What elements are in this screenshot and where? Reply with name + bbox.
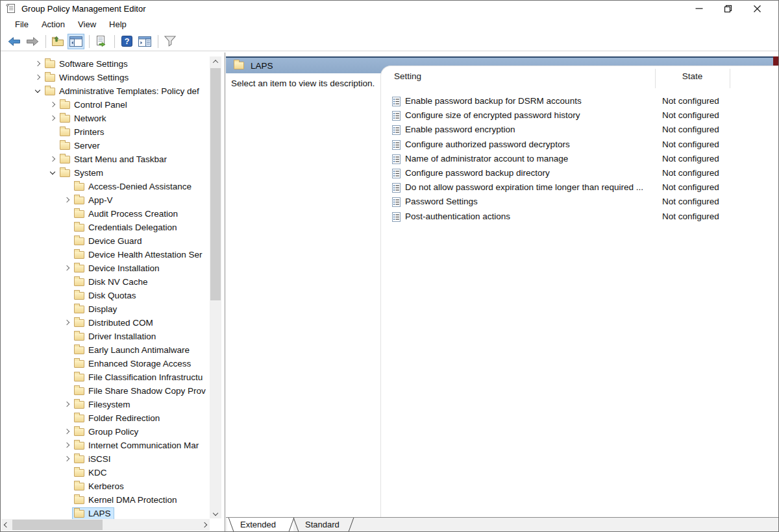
tree-item[interactable]: iSCSI (1, 452, 210, 466)
column-header-setting[interactable]: Setting (394, 71, 421, 81)
tree-item[interactable]: Folder Redirection (1, 411, 210, 425)
up-one-level-button[interactable] (49, 34, 66, 49)
tree-item[interactable]: Disk NV Cache (1, 275, 210, 289)
tree-item-label: File Share Shadow Copy Prov (88, 386, 206, 396)
menu-action[interactable]: Action (35, 18, 71, 31)
close-button[interactable] (743, 1, 772, 16)
tree-item-label: Start Menu and Taskbar (74, 154, 167, 164)
setting-row[interactable]: Do not allow password expiration time lo… (381, 181, 778, 195)
setting-row[interactable]: Configure password backup directoryNot c… (381, 167, 778, 181)
tree-item[interactable]: Printers (1, 125, 210, 139)
scrollbar-thumb[interactable] (210, 68, 221, 300)
forward-button[interactable] (24, 34, 41, 49)
expander-spacer (63, 250, 72, 260)
show-hide-console-tree-button[interactable] (68, 34, 84, 49)
tree-item[interactable]: Audit Process Creation (1, 207, 210, 221)
collapsed-chevron-icon[interactable] (63, 196, 72, 205)
collapsed-chevron-icon[interactable] (49, 155, 58, 164)
tree-item[interactable]: Group Policy (1, 425, 210, 439)
collapsed-chevron-icon[interactable] (63, 441, 72, 450)
tree-item[interactable]: KDC (1, 466, 210, 479)
collapsed-chevron-icon[interactable] (63, 455, 72, 464)
collapsed-chevron-icon[interactable] (49, 101, 58, 110)
tree-item-label: Distributed COM (88, 318, 153, 328)
scroll-down-arrow[interactable] (210, 508, 221, 518)
tree-item[interactable]: Internet Communication Mar (1, 439, 210, 452)
setting-row[interactable]: Configure authorized password decryptors… (381, 138, 778, 152)
tree-item[interactable]: Device Health Attestation Ser (1, 248, 210, 261)
scrollbar-thumb[interactable] (12, 520, 103, 530)
tree-item[interactable]: Control Panel (1, 98, 210, 112)
tree-item[interactable]: Disk Quotas (1, 289, 210, 302)
menu-view[interactable]: View (71, 18, 103, 31)
setting-row[interactable]: Enable password backup for DSRM accounts… (381, 95, 778, 109)
description-placeholder: Select an item to view its description. (231, 79, 378, 88)
minimize-button[interactable] (684, 1, 713, 16)
tree-item[interactable]: Kernel DMA Protection (1, 493, 210, 507)
setting-row[interactable]: Name of administrator account to manageN… (381, 152, 778, 167)
column-header-state[interactable]: State (655, 71, 730, 81)
collapsed-chevron-icon[interactable] (63, 319, 72, 328)
close-icon (753, 5, 761, 13)
setting-row[interactable]: Password SettingsNot configured (381, 195, 778, 210)
tree-item[interactable]: Kerberos (1, 479, 210, 493)
scroll-right-arrow[interactable] (199, 520, 210, 530)
tree-horizontal-scrollbar[interactable] (1, 519, 210, 531)
tree-item[interactable]: LAPS (1, 507, 210, 520)
tree-item[interactable]: Early Launch Antimalware (1, 343, 210, 357)
tab-extended-label[interactable]: Extended (240, 520, 276, 529)
tree-item[interactable]: Distributed COM (1, 316, 210, 330)
menu-file[interactable]: File (8, 18, 35, 31)
tree-item[interactable]: Server (1, 139, 210, 152)
back-button[interactable] (6, 34, 23, 49)
tree-item[interactable]: Administrative Templates: Policy def (1, 84, 210, 98)
setting-row[interactable]: Configure size of encrypted password his… (381, 109, 778, 123)
expanded-chevron-icon[interactable] (34, 87, 43, 96)
tree-item[interactable]: Credentials Delegation (1, 221, 210, 234)
folder-icon (74, 415, 84, 422)
tree-vertical-scrollbar[interactable] (210, 56, 221, 518)
tree-item[interactable]: Access-Denied Assistance (1, 180, 210, 193)
collapsed-chevron-icon[interactable] (63, 400, 72, 409)
tab-standard-label[interactable]: Standard (305, 520, 340, 529)
tree-item[interactable]: Device Installation (1, 261, 210, 275)
collapsed-chevron-icon[interactable] (63, 264, 72, 273)
tree-item[interactable]: Network (1, 112, 210, 125)
tree-item[interactable]: Software Settings (1, 57, 210, 71)
results-pane: LAPS Select an item to view its descript… (226, 53, 778, 532)
tree-item-label: System (74, 168, 103, 178)
show-hide-action-pane-button[interactable] (136, 34, 153, 49)
toolbar: ? (1, 32, 778, 51)
column-divider[interactable] (730, 69, 730, 88)
setting-row[interactable]: Post-authentication actionsNot configure… (381, 210, 778, 224)
menu-help[interactable]: Help (103, 18, 133, 31)
setting-row[interactable]: Enable password encryptionNot configured (381, 123, 778, 138)
tree-item[interactable]: System (1, 166, 210, 180)
restore-button[interactable] (713, 1, 743, 16)
tree-item[interactable]: File Share Shadow Copy Prov (1, 384, 210, 398)
tree-item[interactable]: Driver Installation (1, 330, 210, 343)
tree-item[interactable]: Start Menu and Taskbar (1, 152, 210, 166)
export-list-button[interactable] (93, 34, 110, 49)
tree-item-label: Internet Communication Mar (88, 441, 199, 450)
tree-item[interactable]: Device Guard (1, 234, 210, 248)
collapsed-chevron-icon[interactable] (34, 60, 43, 69)
setting-state: Not configured (662, 125, 719, 134)
collapsed-chevron-icon[interactable] (49, 114, 58, 123)
tree-item[interactable]: Filesystem (1, 398, 210, 411)
console-tree-icon (69, 36, 82, 47)
expanded-chevron-icon[interactable] (49, 169, 58, 178)
tree-item-label: Device Guard (88, 236, 142, 246)
tree-item[interactable]: App-V (1, 193, 210, 207)
scroll-left-arrow[interactable] (1, 520, 12, 530)
expander-spacer (63, 305, 72, 314)
help-button[interactable]: ? (118, 34, 135, 49)
collapsed-chevron-icon[interactable] (63, 428, 72, 437)
scroll-up-arrow[interactable] (210, 56, 221, 67)
tree-item[interactable]: Windows Settings (1, 71, 210, 84)
collapsed-chevron-icon[interactable] (34, 73, 43, 82)
filter-options-button[interactable] (162, 34, 179, 49)
tree-item[interactable]: Enhanced Storage Access (1, 357, 210, 370)
tree-item[interactable]: File Classification Infrastructu (1, 370, 210, 384)
tree-item[interactable]: Display (1, 302, 210, 316)
